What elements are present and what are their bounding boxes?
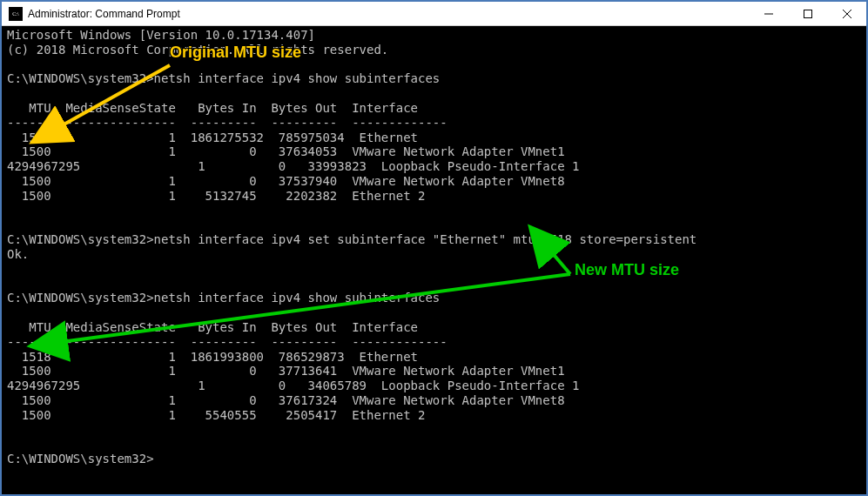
- close-button[interactable]: [827, 2, 866, 25]
- table-separator: ------ --------------- --------- -------…: [7, 335, 447, 349]
- window-title: Administrator: Command Prompt: [28, 8, 749, 20]
- cmd-icon: [9, 7, 23, 21]
- table-row: 1500 1 5132745 2202382 Ethernet 2: [7, 189, 425, 203]
- prompt: C:\WINDOWS\system32>: [7, 71, 154, 85]
- table-row: 1500 1 0 37713641 VMware Network Adapter…: [7, 364, 565, 378]
- table-row: 4294967295 1 0 33993823 Loopback Pseudo-…: [7, 159, 579, 173]
- titlebar: Administrator: Command Prompt: [2, 2, 866, 26]
- minimize-button[interactable]: [749, 2, 788, 25]
- prompt: C:\WINDOWS\system32>: [7, 291, 154, 305]
- command-show-2: netsh interface ipv4 show subinterfaces: [154, 291, 441, 305]
- table-row: 1500 1 1861275532 785975034 Ethernet: [7, 131, 418, 144]
- terminal-output[interactable]: Microsoft Windows [Version 10.0.17134.40…: [2, 26, 866, 494]
- command-set: netsh interface ipv4 set subinterface "E…: [154, 232, 697, 246]
- ok-result: Ok.: [7, 247, 29, 261]
- table-row: 1500 1 0 37617324 VMware Network Adapter…: [7, 393, 565, 407]
- table-row: 1500 1 0 37537940 VMware Network Adapter…: [7, 174, 565, 188]
- table-header: MTU MediaSenseState Bytes In Bytes Out I…: [7, 101, 418, 115]
- table-row: 1500 1 5540555 2505417 Ethernet 2: [7, 408, 425, 422]
- table-row: 1518 1 1861993800 786529873 Ethernet: [7, 350, 418, 364]
- header-line: Microsoft Windows [Version 10.0.17134.40…: [7, 28, 315, 42]
- window-controls: [749, 2, 866, 25]
- maximize-button[interactable]: [788, 2, 827, 25]
- prompt: C:\WINDOWS\system32>: [7, 452, 154, 466]
- svg-rect-1: [804, 10, 811, 17]
- table-row: 4294967295 1 0 34065789 Loopback Pseudo-…: [7, 379, 579, 392]
- command-prompt-window: Administrator: Command Prompt Microsoft …: [0, 0, 868, 496]
- header-line: (c) 2018 Microsoft Corporation. All righ…: [7, 43, 388, 57]
- prompt: C:\WINDOWS\system32>: [7, 232, 154, 246]
- table-separator: ------ --------------- --------- -------…: [7, 116, 447, 130]
- table-row: 1500 1 0 37634053 VMware Network Adapter…: [7, 144, 565, 158]
- table-header: MTU MediaSenseState Bytes In Bytes Out I…: [7, 320, 418, 334]
- command-show-1: netsh interface ipv4 show subinterfaces: [154, 71, 441, 85]
